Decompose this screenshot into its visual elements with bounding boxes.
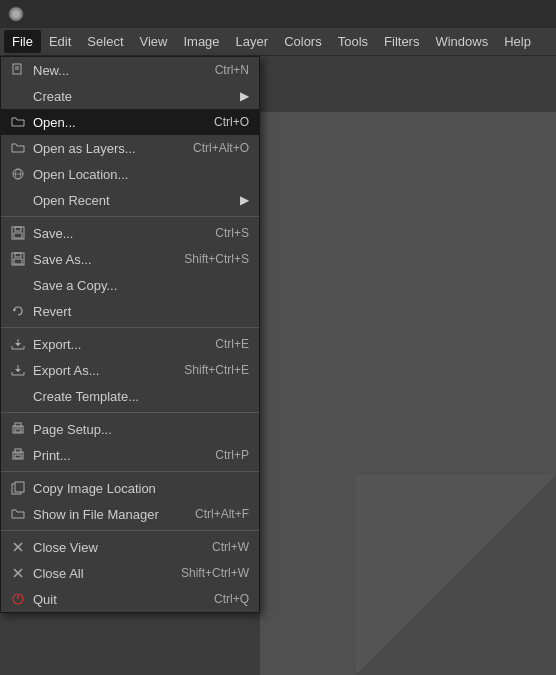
svg-rect-12 <box>15 253 21 257</box>
entry-label-create: Create <box>33 89 236 104</box>
entry-icon-export-as <box>9 361 27 379</box>
entry-label-open-recent: Open Recent <box>33 193 236 208</box>
entry-shortcut-print: Ctrl+P <box>215 448 249 462</box>
entry-shortcut-save-as: Shift+Ctrl+S <box>184 252 249 266</box>
entry-label-close-all: Close All <box>33 566 161 581</box>
entry-label-quit: Quit <box>33 592 194 607</box>
svg-rect-21 <box>15 429 21 432</box>
entry-icon-save-as <box>9 250 27 268</box>
menu-item-filters[interactable]: Filters <box>376 30 427 53</box>
entry-label-export: Export... <box>33 337 195 352</box>
svg-rect-9 <box>15 227 21 231</box>
entry-icon-open-as-layers <box>9 139 27 157</box>
menu-separator <box>1 327 259 328</box>
entry-shortcut-quit: Ctrl+Q <box>214 592 249 606</box>
entry-shortcut-close-all: Shift+Ctrl+W <box>181 566 249 580</box>
svg-marker-16 <box>15 343 21 346</box>
menu-item-select[interactable]: Select <box>79 30 131 53</box>
submenu-arrow-open-recent: ▶ <box>240 193 249 207</box>
svg-rect-26 <box>15 482 24 492</box>
menu-item-windows[interactable]: Windows <box>427 30 496 53</box>
menu-entry-export[interactable]: Export...Ctrl+E <box>1 331 259 357</box>
entry-label-close-view: Close View <box>33 540 192 555</box>
menu-entry-create[interactable]: Create▶ <box>1 83 259 109</box>
entry-shortcut-save: Ctrl+S <box>215 226 249 240</box>
menu-entry-export-as[interactable]: Export As...Shift+Ctrl+E <box>1 357 259 383</box>
menu-item-help[interactable]: Help <box>496 30 539 53</box>
entry-label-page-setup: Page Setup... <box>33 422 249 437</box>
menu-entry-new[interactable]: New...Ctrl+N <box>1 57 259 83</box>
menu-entry-open-recent[interactable]: Open Recent▶ <box>1 187 259 213</box>
entry-icon-quit <box>9 590 27 608</box>
content-right <box>260 112 556 675</box>
content-diagonal <box>356 475 556 675</box>
entry-icon-revert <box>9 302 27 320</box>
submenu-arrow-create: ▶ <box>240 89 249 103</box>
entry-label-new: New... <box>33 63 195 78</box>
entry-shortcut-export: Ctrl+E <box>215 337 249 351</box>
entry-shortcut-export-as: Shift+Ctrl+E <box>184 363 249 377</box>
file-menu-dropdown: New...Ctrl+NCreate▶Open...Ctrl+OOpen as … <box>0 56 260 613</box>
svg-marker-18 <box>15 369 21 372</box>
menu-entry-create-template[interactable]: Create Template... <box>1 383 259 409</box>
entry-icon-open <box>9 113 27 131</box>
entry-icon-copy-image-location <box>9 479 27 497</box>
entry-shortcut-close-view: Ctrl+W <box>212 540 249 554</box>
menu-item-tools[interactable]: Tools <box>330 30 376 53</box>
menu-separator <box>1 471 259 472</box>
entry-icon-show-in-file-manager <box>9 505 27 523</box>
menu-entry-copy-image-location[interactable]: Copy Image Location <box>1 475 259 501</box>
entry-label-save-copy: Save a Copy... <box>33 278 249 293</box>
menu-entry-save-as[interactable]: Save As...Shift+Ctrl+S <box>1 246 259 272</box>
menu-bar: FileEditSelectViewImageLayerColorsToolsF… <box>0 28 556 56</box>
entry-shortcut-open-as-layers: Ctrl+Alt+O <box>193 141 249 155</box>
entry-icon-print <box>9 446 27 464</box>
menu-entry-quit[interactable]: QuitCtrl+Q <box>1 586 259 612</box>
menu-item-colors[interactable]: Colors <box>276 30 330 53</box>
menu-entry-close-all[interactable]: Close AllShift+Ctrl+W <box>1 560 259 586</box>
menu-separator <box>1 412 259 413</box>
entry-shortcut-show-in-file-manager: Ctrl+Alt+F <box>195 507 249 521</box>
entry-label-create-template: Create Template... <box>33 389 249 404</box>
entry-icon-new <box>9 61 27 79</box>
menu-entry-open-location[interactable]: Open Location... <box>1 161 259 187</box>
menu-entry-page-setup[interactable]: Page Setup... <box>1 416 259 442</box>
menu-item-layer[interactable]: Layer <box>228 30 277 53</box>
entry-label-revert: Revert <box>33 304 249 319</box>
menu-entry-close-view[interactable]: Close ViewCtrl+W <box>1 534 259 560</box>
entry-label-open: Open... <box>33 115 194 130</box>
menu-item-file[interactable]: File <box>4 30 41 53</box>
menu-entry-open[interactable]: Open...Ctrl+O <box>1 109 259 135</box>
entry-label-copy-image-location: Copy Image Location <box>33 481 249 496</box>
menu-entry-revert[interactable]: Revert <box>1 298 259 324</box>
svg-rect-24 <box>15 455 21 458</box>
title-bar <box>0 0 556 28</box>
entry-icon-page-setup <box>9 420 27 438</box>
svg-point-1 <box>12 10 20 18</box>
menu-entry-print[interactable]: Print...Ctrl+P <box>1 442 259 468</box>
menu-item-view[interactable]: View <box>132 30 176 53</box>
svg-rect-13 <box>14 259 22 264</box>
entry-label-open-location: Open Location... <box>33 167 249 182</box>
entry-shortcut-new: Ctrl+N <box>215 63 249 77</box>
menu-entry-save-copy[interactable]: Save a Copy... <box>1 272 259 298</box>
menu-separator <box>1 530 259 531</box>
entry-label-export-as: Export As... <box>33 363 164 378</box>
menu-entry-save[interactable]: Save...Ctrl+S <box>1 220 259 246</box>
entry-icon-close-all <box>9 564 27 582</box>
entry-icon-export <box>9 335 27 353</box>
svg-rect-10 <box>14 233 22 238</box>
entry-icon-close-view <box>9 538 27 556</box>
entry-label-open-as-layers: Open as Layers... <box>33 141 173 156</box>
menu-item-image[interactable]: Image <box>175 30 227 53</box>
menu-item-edit[interactable]: Edit <box>41 30 79 53</box>
entry-shortcut-open: Ctrl+O <box>214 115 249 129</box>
entry-label-save: Save... <box>33 226 195 241</box>
entry-label-show-in-file-manager: Show in File Manager <box>33 507 175 522</box>
app-icon <box>8 6 24 22</box>
menu-separator <box>1 216 259 217</box>
menu-entry-show-in-file-manager[interactable]: Show in File ManagerCtrl+Alt+F <box>1 501 259 527</box>
menu-entry-open-as-layers[interactable]: Open as Layers...Ctrl+Alt+O <box>1 135 259 161</box>
entry-label-save-as: Save As... <box>33 252 164 267</box>
entry-icon-save <box>9 224 27 242</box>
